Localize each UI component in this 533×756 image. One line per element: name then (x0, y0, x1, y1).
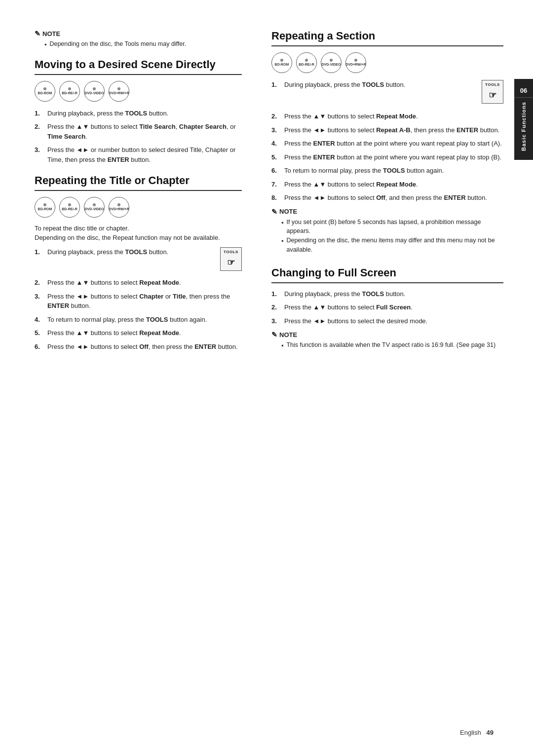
note-pencil-icon-3: ✎ (271, 331, 277, 339)
disc-dvdvideo: DVD-VIDEO (84, 81, 105, 102)
fullscreen-note-label: ✎ NOTE (271, 331, 503, 339)
language-label: English (460, 729, 481, 736)
note-top: ✎ NOTE Depending on the disc, the Tools … (35, 30, 242, 49)
fullscreen-title: Changing to Full Screen (271, 266, 503, 283)
repeating-step-1: TOOLS ☞ During playback, press the TOOLS… (271, 80, 503, 108)
left-column: ✎ NOTE Depending on the disc, the Tools … (35, 30, 262, 726)
fullscreen-step-2: Press the ▲▼ buttons to select Full Scre… (271, 302, 503, 312)
moving-step-3: Press the ◄► or number button to select … (35, 145, 242, 164)
section-moving: Moving to a Desired Scene Directly BD-RO… (35, 58, 242, 165)
note-top-label: ✎ NOTE (35, 30, 242, 38)
repeating-step-3: Press the ◄► buttons to select Repeat A-… (271, 125, 503, 135)
chapter-side-tab: 06 Basic Functions (514, 79, 533, 160)
moving-step-1: During playback, press the TOOLS button. (35, 109, 242, 118)
repeat-title-step-5: Press the ▲▼ buttons to select Repeat Mo… (35, 328, 242, 338)
moving-steps: During playback, press the TOOLS button.… (35, 109, 242, 165)
repeating-note-label: ✎ NOTE (271, 208, 503, 216)
repeat-title-step-4: To return to normal play, press the TOOL… (35, 315, 242, 325)
repeating-step-8: Press the ◄► buttons to select Off, and … (271, 193, 503, 203)
repeat-title-step-2: Press the ▲▼ buttons to select Repeat Mo… (35, 278, 242, 288)
fullscreen-note-item-1: This function is available when the TV a… (281, 340, 503, 350)
chapter-label: Basic Functions (521, 98, 527, 155)
chapter-number: 06 (514, 84, 533, 98)
note-pencil-icon: ✎ (35, 30, 40, 38)
fullscreen-step-3: Press the ◄► buttons to select the desir… (271, 316, 503, 326)
repeating-step-7: Press the ▲▼ buttons to select Repeat Mo… (271, 180, 503, 189)
disc-bdrer: BD-RE/-R (59, 81, 80, 102)
fullscreen-steps: During playback, press the TOOLS button.… (271, 289, 503, 326)
repeat-title-step-6: Press the ◄► buttons to select Off, then… (35, 342, 242, 352)
disc-icons-repeating: BD-ROM BD-RE/-R DVD-VIDEO DVD+RW/+R (271, 52, 503, 73)
repeating-step-6: To return to normal play, press the TOOL… (271, 166, 503, 176)
repeating-step-4: Press the ENTER button at the point wher… (271, 139, 503, 149)
section-repeating: Repeating a Section BD-ROM BD-RE/-R DVD-… (271, 30, 503, 255)
moving-title: Moving to a Desired Scene Directly (35, 58, 242, 75)
fullscreen-step-1: During playback, press the TOOLS button. (271, 289, 503, 299)
repeat-title-step-1: TOOLS ☞ During playback, press the TOOLS… (35, 247, 242, 274)
page: ✎ NOTE Depending on the disc, the Tools … (0, 0, 533, 756)
repeating-note: ✎ NOTE If you set point (B) before 5 sec… (271, 208, 503, 255)
repeating-note-item-2: Depending on the disc, the menu items ma… (281, 236, 503, 255)
section-fullscreen: Changing to Full Screen During playback,… (271, 266, 503, 350)
section-repeat-title: Repeating the Title or Chapter BD-ROM BD… (35, 174, 242, 351)
repeating-step-2: Press the ▲▼ buttons to select Repeat Mo… (271, 112, 503, 121)
repeating-section-title: Repeating a Section (271, 30, 503, 46)
disc-dvdrwpr: DVD+RW/+R (109, 81, 129, 102)
repeat-title-steps: TOOLS ☞ During playback, press the TOOLS… (35, 247, 242, 351)
repeat-title-step-3: Press the ◄► buttons to select Chapter o… (35, 292, 242, 311)
repeat-intro-1: To repeat the disc title or chapter. (35, 225, 242, 232)
disc-icons-moving: BD-ROM BD-RE/-R DVD-VIDEO DVD+RW/+R (35, 81, 242, 102)
moving-step-2: Press the ▲▼ buttons to select Title Sea… (35, 122, 242, 141)
note-top-item-1: Depending on the disc, the Tools menu ma… (44, 39, 242, 49)
tools-icon-repeating: TOOLS ☞ (482, 80, 503, 104)
repeat-intro-2: Depending on the disc, the Repeat functi… (35, 234, 242, 241)
tools-icon-repeat-title: TOOLS ☞ (220, 247, 242, 271)
repeat-title-heading: Repeating the Title or Chapter (35, 174, 242, 191)
repeating-steps: TOOLS ☞ During playback, press the TOOLS… (271, 80, 503, 203)
disc-icons-repeat: BD-ROM BD-RE/-R DVD-VIDEO DVD+RW/+R (35, 197, 242, 218)
page-number: 49 (487, 729, 494, 736)
repeating-step-5: Press the ENTER button at the point wher… (271, 152, 503, 162)
repeating-note-item-1: If you set point (B) before 5 seconds ha… (281, 218, 503, 236)
page-footer: English 49 (460, 729, 494, 736)
fullscreen-note: ✎ NOTE This function is available when t… (271, 331, 503, 350)
right-column: Repeating a Section BD-ROM BD-RE/-R DVD-… (262, 30, 503, 726)
note-pencil-icon-2: ✎ (271, 208, 277, 216)
disc-bdrom: BD-ROM (35, 81, 55, 102)
